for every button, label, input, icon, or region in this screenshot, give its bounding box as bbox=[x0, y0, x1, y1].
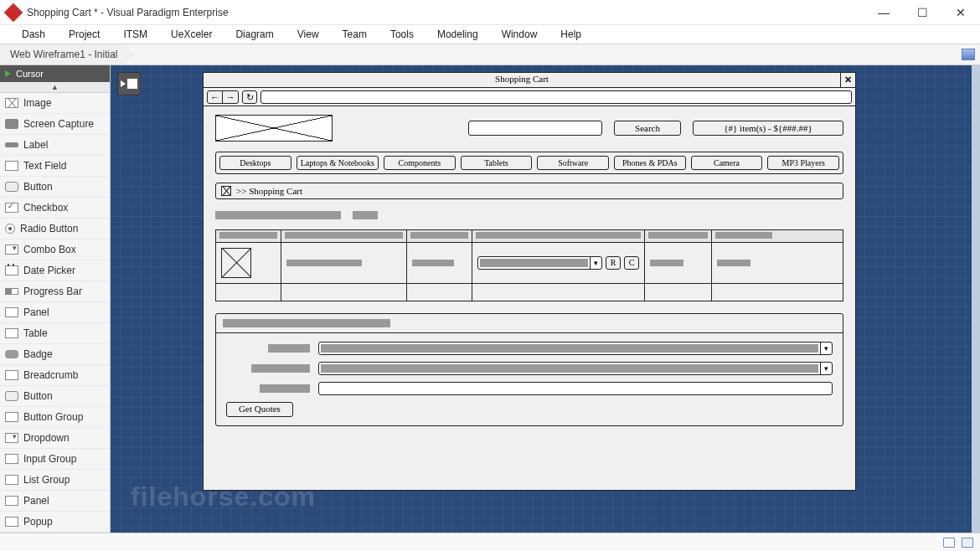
wireframe-reload-button[interactable]: ↻ bbox=[242, 90, 257, 104]
menubar: Dash Project ITSM UeXceler Diagram View … bbox=[0, 25, 980, 44]
palette-button-group[interactable]: Button Group bbox=[0, 407, 110, 428]
wireframe-category-nav: Desktops Laptops & Notebooks Components … bbox=[215, 152, 843, 174]
menu-diagram[interactable]: Diagram bbox=[224, 27, 285, 42]
wireframe-refresh-button[interactable]: R bbox=[606, 256, 621, 270]
note-icon[interactable] bbox=[962, 538, 973, 548]
palette-list-group[interactable]: List Group bbox=[0, 470, 110, 491]
cursor-icon bbox=[5, 70, 11, 77]
textfield-icon bbox=[5, 161, 18, 171]
palette-badge[interactable]: Badge bbox=[0, 344, 110, 365]
wireframe-browser-window[interactable]: Shopping Cart ✕ ←→ ↻ Search {#} item(s) … bbox=[203, 72, 856, 491]
menu-project[interactable]: Project bbox=[57, 27, 111, 42]
menu-tools[interactable]: Tools bbox=[379, 27, 426, 42]
nav-desktops[interactable]: Desktops bbox=[219, 156, 291, 170]
menu-help[interactable]: Help bbox=[549, 27, 593, 42]
tab-wireframe[interactable]: Web Wireframe1 - Initial bbox=[0, 44, 133, 64]
chevron-down-icon: ▾ bbox=[820, 342, 832, 354]
palette-popup[interactable]: Popup bbox=[0, 512, 110, 533]
nav-mp3[interactable]: MP3 Players bbox=[767, 156, 839, 170]
palette-radio[interactable]: Radio Button bbox=[0, 219, 110, 239]
maximize-button[interactable]: ☐ bbox=[903, 0, 941, 24]
palette-cursor[interactable]: Cursor bbox=[0, 65, 110, 82]
wireframe-search-button[interactable]: Search bbox=[614, 121, 681, 136]
menu-itsm[interactable]: ITSM bbox=[111, 27, 159, 42]
palette-panel[interactable]: Panel bbox=[0, 302, 110, 323]
palette-image[interactable]: Image bbox=[0, 93, 110, 114]
window-title: Shopping Cart * - Visual Paradigm Enterp… bbox=[27, 7, 864, 18]
canvas-tool-button[interactable] bbox=[117, 72, 141, 95]
minimize-button[interactable]: — bbox=[864, 0, 903, 24]
app-icon bbox=[4, 3, 23, 22]
wireframe-logo-placeholder[interactable] bbox=[215, 115, 333, 142]
forward-icon: → bbox=[223, 91, 238, 103]
popup-icon bbox=[5, 517, 18, 527]
menu-dash[interactable]: Dash bbox=[10, 27, 57, 42]
wireframe-select-1[interactable]: ▾ bbox=[318, 342, 833, 355]
mail-icon[interactable] bbox=[943, 538, 955, 548]
palette-collapse-handle[interactable]: ▲ bbox=[0, 82, 110, 93]
palette-label[interactable]: Label bbox=[0, 135, 110, 156]
right-panel-handle[interactable] bbox=[972, 65, 980, 533]
wireframe-search-input[interactable] bbox=[468, 121, 602, 136]
palette-combo[interactable]: Combo Box bbox=[0, 239, 110, 260]
wireframe-text-input[interactable] bbox=[318, 382, 833, 395]
listgroup-icon bbox=[5, 475, 18, 485]
buttongroup-icon bbox=[5, 412, 18, 422]
checkbox-icon bbox=[5, 203, 18, 213]
palette-breadcrumb[interactable]: Breadcrumb bbox=[0, 365, 110, 386]
wireframe-get-quotes-button[interactable]: Get Quotes bbox=[226, 402, 293, 417]
palette-input-group[interactable]: Input Group bbox=[0, 449, 110, 470]
menu-team[interactable]: Team bbox=[331, 27, 379, 42]
palette-text-field[interactable]: Text Field bbox=[0, 156, 110, 177]
nav-phones[interactable]: Phones & PDAs bbox=[614, 156, 686, 170]
palette-button[interactable]: Button bbox=[0, 177, 110, 198]
nav-tablets[interactable]: Tablets bbox=[461, 156, 533, 170]
menu-uexceler[interactable]: UeXceler bbox=[159, 27, 224, 42]
menu-modeling[interactable]: Modeling bbox=[426, 27, 490, 42]
menu-view[interactable]: View bbox=[286, 27, 331, 42]
wireframe-breadcrumb[interactable]: >> Shopping Cart bbox=[215, 183, 843, 199]
diagram-switcher-icon[interactable] bbox=[962, 49, 975, 60]
palette-button2[interactable]: Button bbox=[0, 386, 110, 407]
inputgroup-icon bbox=[5, 454, 18, 464]
palette-table[interactable]: Table bbox=[0, 323, 110, 344]
panel-icon bbox=[5, 496, 18, 506]
breadcrumb-icon bbox=[5, 370, 18, 380]
palette-progress[interactable]: Progress Bar bbox=[0, 281, 110, 302]
table-row: ▾ R C bbox=[216, 243, 843, 284]
wireframe-address-bar[interactable] bbox=[260, 90, 852, 104]
wireframe-cart-table: ▾ R C bbox=[215, 229, 843, 301]
chevron-down-icon: ▾ bbox=[820, 363, 832, 374]
image-icon bbox=[5, 98, 18, 108]
palette-screen-capture[interactable]: Screen Capture bbox=[0, 114, 110, 135]
wireframe-qty-select[interactable]: ▾ bbox=[477, 256, 602, 270]
wireframe-clear-button[interactable]: C bbox=[624, 256, 639, 270]
titlebar: Shopping Cart * - Visual Paradigm Enterp… bbox=[0, 0, 980, 25]
nav-software[interactable]: Software bbox=[537, 156, 609, 170]
palette-datepicker[interactable]: Date Picker bbox=[0, 260, 110, 281]
close-button[interactable]: ✕ bbox=[941, 0, 980, 24]
palette-checkbox[interactable]: Checkbox bbox=[0, 198, 110, 219]
back-icon: ← bbox=[208, 91, 223, 103]
statusbar bbox=[0, 533, 980, 551]
palette-panel2[interactable]: Panel bbox=[0, 491, 110, 512]
nav-camera[interactable]: Camera bbox=[691, 156, 763, 170]
diagram-canvas[interactable]: Shopping Cart ✕ ←→ ↻ Search {#} item(s) … bbox=[111, 65, 972, 533]
wireframe-close-button[interactable]: ✕ bbox=[840, 73, 855, 87]
palette-dropdown[interactable]: Dropdown bbox=[0, 428, 110, 449]
wireframe-cart-summary[interactable]: {#} item(s) - ${###.##} bbox=[693, 121, 843, 136]
home-icon bbox=[221, 186, 231, 196]
dropdown-icon bbox=[5, 433, 18, 443]
product-thumb-placeholder[interactable] bbox=[221, 248, 251, 278]
nav-laptops[interactable]: Laptops & Notebooks bbox=[297, 156, 379, 170]
nav-components[interactable]: Components bbox=[384, 156, 456, 170]
shape-palette: Cursor ▲ Image Screen Capture Label Text… bbox=[0, 65, 111, 533]
combobox-icon bbox=[5, 245, 18, 255]
wireframe-select-2[interactable]: ▾ bbox=[318, 362, 833, 375]
wireframe-heading bbox=[215, 211, 843, 219]
menu-window[interactable]: Window bbox=[490, 27, 549, 42]
panel-heading bbox=[216, 314, 843, 333]
wireframe-nav-arrows[interactable]: ←→ bbox=[207, 90, 239, 104]
button-icon bbox=[5, 391, 18, 401]
document-tabbar: Web Wireframe1 - Initial bbox=[0, 44, 980, 65]
